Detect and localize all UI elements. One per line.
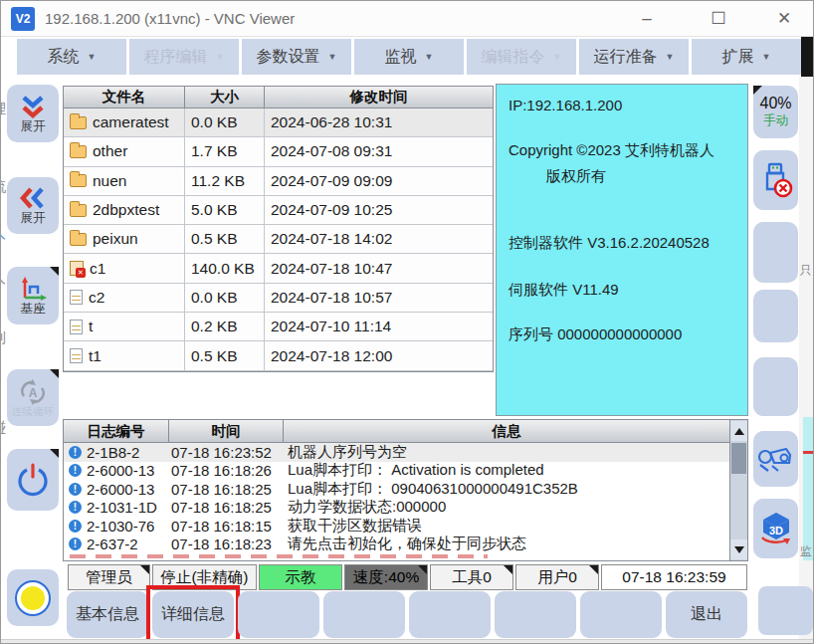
- bottom-button[interactable]: [580, 591, 662, 638]
- right-sidebar-button-4[interactable]: [753, 290, 798, 342]
- expand-down-button[interactable]: 展开: [7, 85, 59, 142]
- file-name: other: [93, 142, 127, 160]
- 3d-cube-icon: 3D: [757, 511, 795, 546]
- enable-indicator-button[interactable]: [7, 569, 59, 626]
- scrollbar-thumb[interactable]: [731, 443, 746, 474]
- menu-item[interactable]: 系统 ▼: [17, 39, 126, 75]
- log-row[interactable]: ! 2-6000-13 07-18 16:18:25 Lua脚本打印： 0904…: [64, 480, 729, 499]
- file-row[interactable]: t 0.2 KB 2024-07-10 11:14: [64, 313, 493, 341]
- file-type-icon: [70, 320, 83, 334]
- file-modified-time: 2024-07-18 10:57: [265, 284, 493, 312]
- status-item[interactable]: 管理员: [68, 564, 150, 590]
- status-item[interactable]: 速度:40%: [344, 564, 428, 590]
- scroll-up-button[interactable]: [730, 421, 747, 441]
- file-row[interactable]: c1 140.0 KB 2024-07-18 10:47: [64, 254, 493, 283]
- file-type-icon: [70, 204, 87, 217]
- bottom-button[interactable]: [409, 591, 491, 638]
- minimize-button[interactable]: –: [626, 5, 668, 33]
- base-frame-label: 基座: [21, 303, 46, 316]
- bottom-button[interactable]: [323, 591, 405, 638]
- file-row[interactable]: t1 0.5 KB 2024-07-18 12:00: [64, 341, 493, 370]
- yellow-dot-icon: [21, 586, 45, 610]
- file-type-icon: [70, 233, 87, 246]
- bottom-button-bar: 基本信息 详细信息: [67, 591, 813, 638]
- status-item[interactable]: 用户0: [515, 564, 599, 590]
- log-message: Lua脚本打印： Activation is completed: [284, 461, 729, 480]
- log-id: 2-1030-76: [87, 518, 154, 535]
- usb-status-button[interactable]: [753, 150, 798, 210]
- log-table-header: 日志编号 时间 信息: [64, 420, 729, 443]
- right-sidebar-button-5[interactable]: [753, 357, 798, 416]
- menu-item[interactable]: 监视 ▼: [354, 39, 464, 75]
- status-item[interactable]: 07-18 16:23:59: [601, 564, 747, 590]
- menu-item[interactable]: 程序编辑 ▼: [129, 39, 239, 75]
- log-header-time: 时间: [169, 420, 284, 442]
- menu-item[interactable]: 编辑指令 ▼: [467, 39, 576, 75]
- power-button[interactable]: [7, 449, 59, 511]
- clipped-text-fragment: 人: [1, 270, 6, 288]
- log-scrollbar[interactable]: [729, 420, 747, 560]
- chevron-down-icon: ▼: [762, 52, 771, 62]
- log-message: Lua脚本打印： 09040631000000491C352B: [284, 480, 729, 499]
- menu-item-label: 编辑指令: [482, 47, 545, 68]
- log-time: 07-18 16:18:25: [169, 481, 284, 498]
- file-size: 11.2 KB: [185, 167, 265, 195]
- file-name: c2: [89, 289, 104, 307]
- status-item-label: 示教: [286, 567, 316, 588]
- file-row[interactable]: other 1.7 KB 2024-07-08 09:31: [64, 137, 493, 166]
- file-size: 0.5 KB: [185, 225, 265, 253]
- menu-item[interactable]: 运行准备 ▼: [579, 39, 689, 75]
- drag-teach-button[interactable]: [753, 431, 798, 487]
- file-row[interactable]: c2 0.0 KB 2024-07-18 10:57: [64, 284, 493, 313]
- bottom-button[interactable]: [758, 586, 813, 635]
- bottom-button[interactable]: 退出: [666, 591, 747, 638]
- file-row[interactable]: 2dbpxtest 5.0 KB 2024-07-09 10:25: [64, 196, 493, 225]
- file-row[interactable]: nuen 11.2 KB 2024-07-09 09:09: [64, 167, 493, 196]
- log-message: 请先点击初始化，确保处于同步状态: [284, 535, 729, 553]
- triangle-up-icon: [734, 428, 744, 435]
- log-row[interactable]: ! 2-637-2 07-18 16:18:23 请先点击初始化，确保处于同步状…: [64, 536, 729, 554]
- status-item-label: 07-18 16:23:59: [622, 568, 725, 586]
- bottom-button[interactable]: 详细信息: [152, 591, 234, 638]
- 3d-view-button[interactable]: 3D: [753, 499, 798, 558]
- file-type-icon: [70, 348, 83, 363]
- log-row[interactable]: ! 2-1031-1D 07-18 16:18:25 动力学数据状态:00000…: [64, 499, 729, 518]
- log-row[interactable]: ! 2-1030-76 07-18 16:18:15 获取干涉区数据错误: [64, 517, 729, 536]
- menu-bar: 系统 ▼ 程序编辑 ▼ 参数设置 ▼ 监视 ▼ 编辑指令 ▼: [1, 37, 814, 77]
- clipped-text-fragment: 理: [1, 101, 6, 118]
- expand-left-button[interactable]: 展开: [7, 177, 59, 234]
- log-message: 机器人序列号为空: [284, 443, 729, 462]
- close-button[interactable]: ✕: [763, 5, 805, 33]
- serial-number: 序列号 000000000000000: [509, 325, 735, 344]
- menu-item[interactable]: 扩展 ▼: [692, 39, 801, 75]
- status-item[interactable]: 示教: [259, 564, 342, 590]
- status-item[interactable]: 工具0: [430, 564, 513, 590]
- scroll-down-button[interactable]: [730, 539, 747, 559]
- menu-item[interactable]: 参数设置 ▼: [242, 39, 351, 75]
- file-name: nuen: [93, 172, 126, 190]
- bottom-button[interactable]: 基本信息: [67, 591, 148, 638]
- bottom-button[interactable]: [238, 591, 319, 638]
- continuous-loop-button[interactable]: A 连续循环: [7, 369, 59, 426]
- log-id: 2-6000-13: [87, 481, 154, 498]
- menu-item-label: 运行准备: [594, 47, 658, 68]
- base-frame-button[interactable]: 基座: [7, 267, 59, 324]
- file-row[interactable]: peixun 0.5 KB 2024-07-18 14:02: [64, 225, 493, 254]
- file-header-size: 大小: [185, 87, 265, 107]
- info-icon: !: [69, 483, 82, 496]
- file-type-icon: [70, 290, 83, 305]
- bottom-button[interactable]: [495, 591, 576, 638]
- speed-mode-button[interactable]: 40% 手动: [753, 86, 798, 138]
- clipped-text-fragment: 监: [800, 543, 812, 560]
- log-row[interactable]: ! 2-6000-13 07-18 16:18:26 Lua脚本打印： Acti…: [64, 462, 729, 481]
- right-sidebar-button-3[interactable]: [753, 222, 798, 283]
- file-row[interactable]: cameratest 0.0 KB 2024-06-28 10:31: [64, 108, 493, 137]
- clipped-text-fragment: 只: [800, 262, 812, 279]
- status-item-label: 管理员: [86, 567, 132, 588]
- maximize-button[interactable]: ☐: [698, 5, 739, 33]
- controller-software-version: 控制器软件 V3.16.2.20240528: [509, 234, 735, 253]
- file-modified-time: 2024-07-18 12:00: [265, 341, 493, 369]
- info-icon: !: [69, 520, 82, 533]
- log-row[interactable]: ! 2-1B8-2 07-18 16:23:52 机器人序列号为空: [64, 443, 729, 462]
- file-modified-time: 2024-07-08 09:31: [265, 137, 493, 165]
